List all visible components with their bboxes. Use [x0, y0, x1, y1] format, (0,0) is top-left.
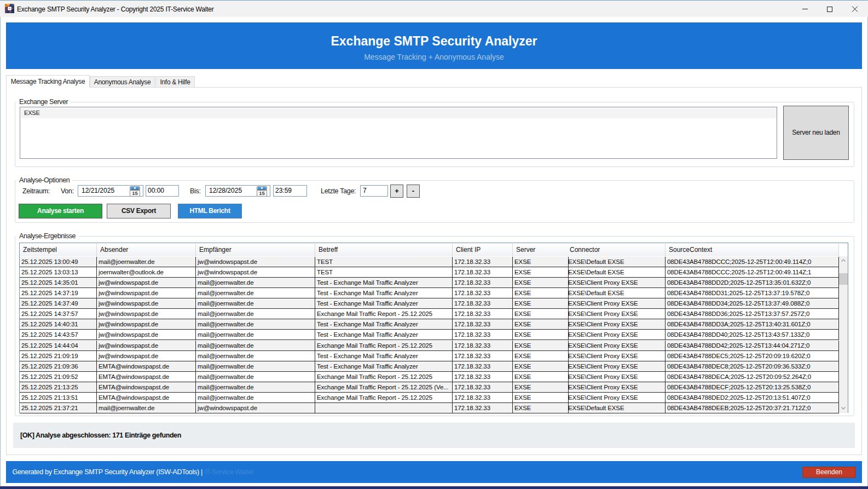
svg-text:15: 15	[259, 190, 265, 196]
svg-text:15: 15	[132, 190, 138, 196]
